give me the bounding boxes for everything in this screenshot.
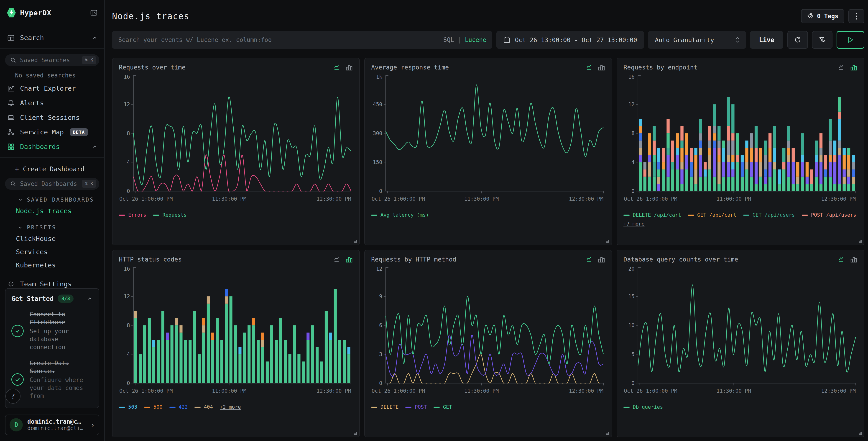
legend-item: GET <box>434 404 452 410</box>
help-button[interactable]: ? <box>5 389 21 404</box>
refresh-icon <box>794 36 802 44</box>
line-chart-toggle-icon[interactable] <box>838 256 846 264</box>
saved-searches-search[interactable]: ⌘ K <box>5 54 99 66</box>
tag-icon <box>807 13 814 20</box>
svg-text:16: 16 <box>124 74 130 80</box>
panel-resize-handle[interactable] <box>354 432 357 435</box>
check-circle-icon <box>11 373 24 386</box>
sidebar-item-service-map[interactable]: Service Map BETA <box>0 125 104 139</box>
chevron-up-icon[interactable] <box>92 35 98 41</box>
sidebar-item-label: Alerts <box>20 99 44 107</box>
get-started-item-connect[interactable]: Connect to ClickHouse Set up your databa… <box>11 311 93 351</box>
dashboard-item-services[interactable]: Services <box>0 245 104 259</box>
user-menu[interactable]: D dominic.tran@c… dominic.tran@cli… › <box>5 415 99 435</box>
panel-resize-handle[interactable] <box>607 432 609 435</box>
bar-chart-toggle-icon[interactable] <box>345 64 353 71</box>
check-circle-icon <box>11 325 24 337</box>
get-started-progress-badge: 3/3 <box>58 295 73 303</box>
line-chart-toggle-icon[interactable] <box>586 64 593 71</box>
svg-text:12: 12 <box>376 266 382 272</box>
refresh-button[interactable] <box>787 31 808 49</box>
chevron-up-icon[interactable] <box>92 144 98 150</box>
filter-icon <box>818 36 826 44</box>
avatar: D <box>9 418 23 432</box>
tags-button[interactable]: 0 Tags <box>801 9 844 23</box>
sidebar-collapse-icon[interactable] <box>90 9 98 17</box>
date-range-picker[interactable]: Oct 26 13:00:00 - Oct 27 13:00:00 <box>496 31 644 49</box>
svg-text:8: 8 <box>127 130 130 136</box>
table-icon <box>7 34 15 42</box>
granularity-select[interactable]: Auto Granularity <box>648 31 746 49</box>
dashboard-grid: Requests over time1612840Oct 26 1:00:00 … <box>112 58 864 437</box>
svg-text:11:30:00 PM: 11:30:00 PM <box>464 388 499 394</box>
saved-searches-input[interactable] <box>20 57 82 64</box>
sidebar-item-search[interactable]: Search <box>0 31 104 45</box>
dashboard-item-clickhouse[interactable]: ClickHouse <box>0 232 104 245</box>
create-dashboard-button[interactable]: + Create Dashboard <box>0 161 104 176</box>
svg-text:20: 20 <box>628 266 634 272</box>
dashboard-item-nodejs-traces[interactable]: Node.js traces <box>0 204 104 217</box>
legend-item: GET /api/cart <box>688 212 736 218</box>
legend-item: POST <box>405 404 427 410</box>
legend-more-link[interactable]: +7 more <box>623 221 645 227</box>
chart-legend: Db queries <box>623 404 858 410</box>
legend-item: Requests <box>153 212 186 218</box>
legend-item: Errors <box>119 212 146 218</box>
bar-chart-toggle-icon[interactable] <box>597 256 605 264</box>
chevron-up-icon[interactable] <box>87 295 93 302</box>
panel-resize-handle[interactable] <box>859 240 862 243</box>
sidebar-item-alerts[interactable]: Alerts <box>0 96 104 110</box>
bar-chart-toggle-icon[interactable] <box>850 256 858 264</box>
panel-resize-handle[interactable] <box>354 240 357 243</box>
event-search-box[interactable]: SQL | Lucene <box>112 31 492 49</box>
section-presets[interactable]: PRESETS <box>0 217 104 232</box>
sql-toggle[interactable]: SQL <box>443 36 454 43</box>
section-saved-dashboards[interactable]: SAVED DASHBOARDS <box>0 190 104 204</box>
lucene-toggle[interactable]: Lucene <box>465 36 486 43</box>
line-chart-toggle-icon[interactable] <box>333 256 341 264</box>
svg-text:16: 16 <box>628 74 634 80</box>
saved-dashboards-search[interactable]: ⌘ K <box>5 178 99 190</box>
line-chart-toggle-icon[interactable] <box>333 64 341 71</box>
svg-text:6: 6 <box>379 322 382 328</box>
svg-text:Oct 26 1:00:00 PM: Oct 26 1:00:00 PM <box>624 388 677 394</box>
svg-text:12:30:00 PM: 12:30:00 PM <box>821 388 856 394</box>
laptop-icon <box>7 113 15 122</box>
chart-panel-http-status-codes: HTTP status codes1612840Oct 26 1:00:00 P… <box>112 250 360 437</box>
sidebar-item-client-sessions[interactable]: Client Sessions <box>0 110 104 125</box>
filter-button[interactable] <box>812 31 833 49</box>
search-icon <box>10 57 17 63</box>
svg-text:11:30:00 PM: 11:30:00 PM <box>212 196 247 202</box>
dashboard-item-kubernetes[interactable]: Kubernetes <box>0 259 104 272</box>
line-chart-toggle-icon[interactable] <box>586 256 593 264</box>
svg-text:11:30:00 PM: 11:30:00 PM <box>464 196 499 202</box>
panel-resize-handle[interactable] <box>607 240 609 243</box>
svg-text:4: 4 <box>127 159 130 165</box>
saved-dashboards-input[interactable] <box>20 180 82 187</box>
svg-text:Oct 26 1:00:00 PM: Oct 26 1:00:00 PM <box>372 388 425 394</box>
bar-chart-toggle-icon[interactable] <box>345 256 353 264</box>
legend-more-link[interactable]: +2 more <box>220 404 241 410</box>
panel-resize-handle[interactable] <box>859 432 862 435</box>
svg-text:0: 0 <box>631 380 634 386</box>
sidebar-item-team-settings[interactable]: Team Settings <box>0 272 104 288</box>
run-query-button[interactable] <box>837 31 864 49</box>
chart-panel-requests-by-endpoint: Requests by endpoint1612840Oct 26 1:00:0… <box>617 58 864 245</box>
dashboards-grid-icon <box>7 143 15 151</box>
sidebar-item-label: Service Map <box>20 128 64 136</box>
chevron-down-icon <box>17 197 23 203</box>
sidebar-item-chart-explorer[interactable]: Chart Explorer <box>0 81 104 96</box>
sidebar-item-dashboards[interactable]: Dashboards <box>0 139 104 154</box>
bar-chart-toggle-icon[interactable] <box>850 64 858 71</box>
legend-item: GET /api/users <box>743 212 795 218</box>
get-started-item-sources[interactable]: Create Data Sources Configure where your… <box>11 359 93 400</box>
get-started-title: Get Started <box>11 295 54 302</box>
event-search-input[interactable] <box>118 36 443 43</box>
live-button[interactable]: Live <box>750 31 783 49</box>
chart-explorer-icon <box>7 84 15 92</box>
dashboard-menu-button[interactable] <box>848 9 864 23</box>
svg-text:1k: 1k <box>376 74 382 80</box>
line-chart-toggle-icon[interactable] <box>838 64 846 71</box>
bar-chart-toggle-icon[interactable] <box>597 64 605 71</box>
svg-text:8: 8 <box>631 130 634 136</box>
